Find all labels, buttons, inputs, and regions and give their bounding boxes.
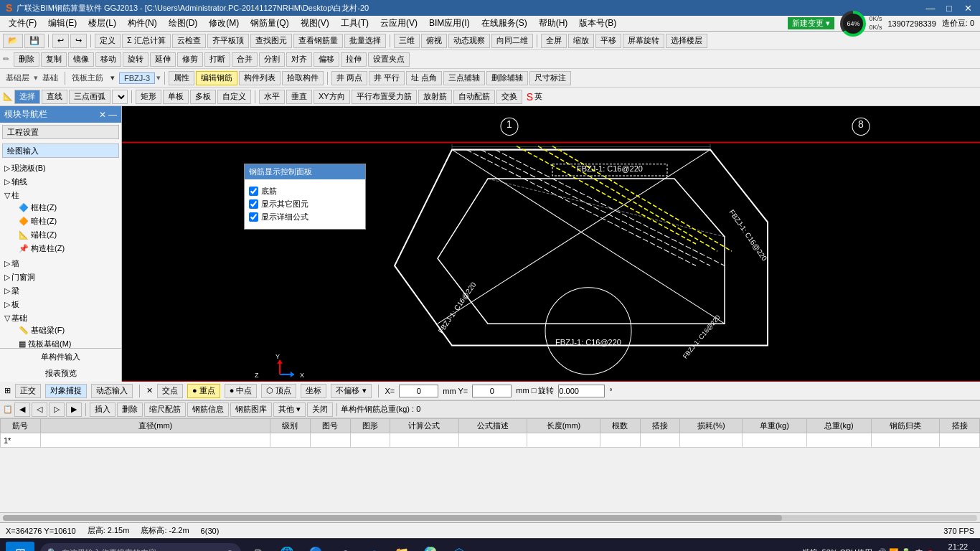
cad-drawing[interactable]: 1 8 — [122, 106, 980, 382]
btn-parallel[interactable]: 井 平行 — [369, 71, 405, 85]
btn-next-next[interactable]: ▷ — [49, 402, 65, 417]
nav-item-endcol[interactable]: 📐 端柱(Z) — [16, 228, 117, 242]
hscroll-track[interactable] — [3, 515, 977, 521]
btn-radial-rebar[interactable]: 放射筋 — [418, 90, 452, 104]
btn-stretch[interactable]: 拉伸 — [341, 52, 367, 67]
menu-tools[interactable]: 工具(T) — [335, 16, 374, 31]
btn-vertical[interactable]: 垂直 — [286, 90, 312, 104]
btn-parallel-rebar[interactable]: 平行布置受力筋 — [352, 90, 417, 104]
menu-component[interactable]: 构件(N) — [122, 16, 163, 31]
nav-group-foundation-header[interactable]: ▽ 基础 — [4, 313, 117, 324]
table-row[interactable]: 1* — [1, 433, 980, 448]
nav-group-axis[interactable]: ▷ 轴线 — [1, 175, 120, 189]
btn-trim[interactable]: 修剪 — [177, 52, 203, 67]
draw-mode-select[interactable] — [112, 90, 128, 104]
btn-copy[interactable]: 复制 — [41, 52, 67, 67]
nav-group-window[interactable]: ▷ 门窗洞 — [1, 270, 120, 284]
btn-exchange[interactable]: 交换 — [496, 90, 522, 104]
btn-dynamic-input[interactable]: 动态输入 — [91, 384, 133, 398]
menu-draw[interactable]: 绘图(D) — [163, 16, 204, 31]
btn-redo[interactable]: ↪ — [70, 34, 87, 48]
btn-prev-prev[interactable]: ◁ — [32, 402, 47, 417]
btn-multi-board[interactable]: 多板 — [190, 90, 216, 104]
btn-scale-rebar[interactable]: 缩尺配筋 — [144, 402, 186, 417]
nav-group-column-header[interactable]: ▽ 柱 — [4, 190, 117, 201]
btn-batch[interactable]: 批量选择 — [344, 34, 386, 48]
btn-vertex[interactable]: ⬡ 顶点 — [261, 384, 296, 398]
btn-delete[interactable]: 删除 — [14, 52, 39, 67]
btn-undo[interactable]: ↩ — [52, 34, 69, 48]
search-bar[interactable]: 🔍 在这里输入你要搜索的内容 🎙 — [40, 543, 241, 552]
btn-insert-row[interactable]: 插入 — [90, 402, 116, 417]
btn-intersect[interactable]: 交点 — [157, 384, 183, 398]
btn-mirror[interactable]: 镜像 — [68, 52, 94, 67]
btn-property[interactable]: 属性 — [169, 71, 194, 85]
nav-close-btn[interactable]: ✕ — — [99, 110, 117, 120]
btn-extend[interactable]: 延伸 — [150, 52, 176, 67]
btn-pick-component[interactable]: 拾取构件 — [282, 71, 324, 85]
taskbar-edge[interactable]: 🌐 — [275, 542, 298, 552]
menu-view[interactable]: 视图(V) — [295, 16, 335, 31]
rotate-input[interactable] — [558, 385, 605, 397]
btn-horizontal[interactable]: 水平 — [259, 90, 285, 104]
nav-group-wall[interactable]: ▷ 墙 — [1, 257, 120, 270]
btn-no-offset[interactable]: 不偏移 ▾ — [331, 384, 371, 398]
btn-two-point[interactable]: 井 两点 — [331, 71, 367, 85]
show-desktop-btn[interactable]: | — [972, 549, 974, 552]
check-show-formula[interactable] — [249, 212, 258, 222]
btn-rotate[interactable]: 旋转 — [123, 52, 149, 67]
nav-single-component[interactable]: 单构件输入 — [0, 349, 121, 365]
hscroll-thumb[interactable] — [3, 515, 782, 521]
btn-2d[interactable]: 向同二维 — [491, 34, 533, 48]
menu-cloud[interactable]: 云应用(V) — [374, 16, 423, 31]
btn-save[interactable]: 💾 — [24, 34, 44, 48]
menu-file[interactable]: 文件(F) — [3, 16, 42, 31]
btn-xy-dir[interactable]: XY方向 — [314, 90, 350, 104]
btn-auto-rebar[interactable]: 自动配筋 — [453, 90, 495, 104]
btn-center[interactable]: ● 中点 — [225, 384, 258, 398]
btn-open[interactable]: 📂 — [3, 34, 23, 48]
menu-modify[interactable]: 修改(M) — [203, 16, 245, 31]
canvas-area[interactable]: 钢筋显示控制面板 底筋 显示其它图元 显示详细公式 — [122, 106, 980, 382]
btn-ortho[interactable]: 正交 — [15, 384, 41, 398]
ime-label[interactable]: 中 — [915, 547, 923, 551]
btn-align-top[interactable]: 齐平板顶 — [207, 34, 249, 48]
ime-app[interactable]: S — [928, 549, 933, 552]
btn-rotate-screen[interactable]: 屏幕旋转 — [623, 34, 664, 48]
btn-rebar-lib[interactable]: 钢筋图库 — [230, 402, 272, 417]
btn-custom[interactable]: 自定义 — [217, 90, 251, 104]
btn-midpoint[interactable]: ● 重点 — [187, 384, 220, 398]
btn-delete-axis[interactable]: 删除辅轴 — [486, 71, 528, 85]
nav-report[interactable]: 报表预览 — [0, 365, 121, 382]
taskbar-browser[interactable]: 🔵 — [304, 542, 327, 552]
btn-select[interactable]: 选择 — [14, 90, 40, 104]
y-input[interactable] — [472, 385, 512, 397]
checkbox-bottom-rebar[interactable]: 底筋 — [249, 186, 361, 197]
btn-fullscreen[interactable]: 全屏 — [541, 34, 567, 48]
btn-rect[interactable]: 矩形 — [136, 90, 161, 104]
btn-first[interactable]: ◀ — [14, 402, 30, 417]
btn-coord[interactable]: 坐标 — [301, 384, 326, 398]
btn-move[interactable]: 移动 — [95, 52, 121, 67]
btn-merge[interactable]: 合并 — [232, 52, 258, 67]
btn-close-rebar[interactable]: 关闭 — [307, 402, 333, 417]
cell-diameter[interactable] — [40, 433, 270, 448]
nav-item-fbeam[interactable]: 📏 基础梁(F) — [16, 324, 117, 337]
btn-align[interactable]: 对齐 — [286, 52, 312, 67]
btn-zoom[interactable]: 缩放 — [568, 34, 594, 48]
nav-item-framecol[interactable]: 🔷 框柱(Z) — [16, 201, 117, 215]
start-button[interactable]: ⊞ — [6, 542, 34, 552]
btn-select-floor[interactable]: 选择楼层 — [666, 34, 707, 48]
btn-point-angle[interactable]: 址 点角 — [406, 71, 442, 85]
nav-group-beam[interactable]: ▷ 梁 — [1, 284, 120, 298]
menu-version[interactable]: 版本号(B) — [573, 16, 622, 31]
btn-dynamic[interactable]: 动态观察 — [448, 34, 490, 48]
btn-cloud-check[interactable]: 云检查 — [172, 34, 206, 48]
btn-other[interactable]: 其他 ▾ — [273, 402, 306, 417]
btn-top-view[interactable]: 俯视 — [421, 34, 447, 48]
menu-help[interactable]: 帮助(H) — [533, 16, 574, 31]
btn-three-point-axis[interactable]: 三点辅轴 — [443, 71, 485, 85]
taskbar-ie[interactable]: ℯ — [333, 542, 356, 552]
nav-draw-input[interactable]: 绘图输入 — [2, 143, 119, 158]
btn-summary[interactable]: Σ 汇总计算 — [122, 34, 171, 48]
